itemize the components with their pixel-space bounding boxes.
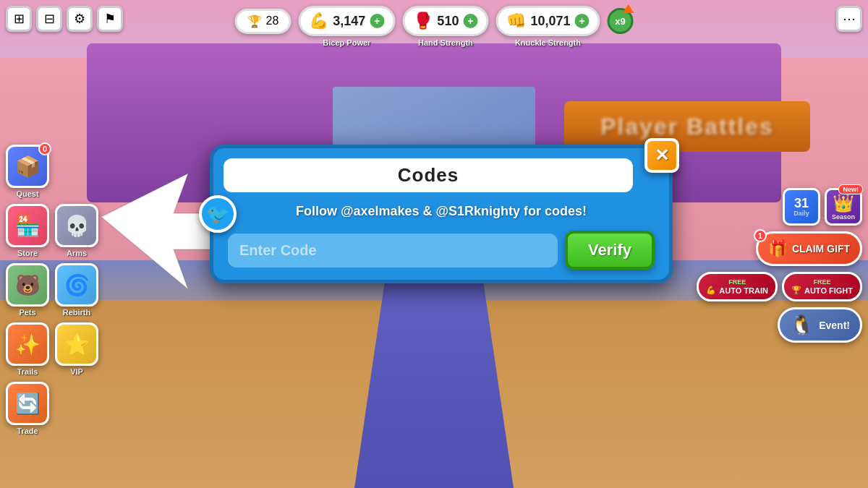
daily-number: 31	[794, 197, 809, 210]
quest-button[interactable]: 📦 0	[6, 145, 49, 188]
event-label: Event!	[819, 320, 850, 331]
modal-description: Follow @axelmakes & @S1Rknighty for code…	[228, 202, 655, 221]
store-label: Store	[17, 249, 38, 257]
knuckle-value: 10,071	[530, 14, 570, 29]
auto-fight-label: 🏆 AUTO FIGHT	[791, 286, 853, 295]
gift-icon: 🎁	[768, 239, 788, 258]
modal-title: Codes	[398, 164, 459, 186]
auto-row: FREE 💪 AUTO TRAIN FREE 🏆 AUTO FIGHT	[697, 272, 862, 301]
vip-button[interactable]: ⭐	[55, 322, 98, 366]
claim-gift-label: CLAIM GIFT	[792, 243, 850, 254]
trade-item: 🔄 Trade	[6, 382, 49, 435]
quest-item: 📦 0 Quest	[6, 145, 49, 198]
vip-label: VIP	[70, 367, 83, 376]
sidebar-row-2: 🏪 Store 💀 Arms	[6, 204, 98, 257]
more-button[interactable]: ⋯	[836, 6, 862, 32]
trade-button[interactable]: 🔄	[6, 382, 49, 425]
season-label: Season	[832, 213, 855, 221]
trophy-value: 28	[266, 14, 279, 27]
rebirth-label: Rebirth	[63, 308, 91, 317]
tl-buttons: ⊞ ⊟ ⚙ ⚑	[6, 6, 123, 32]
trails-item: ✨ Trails	[6, 322, 49, 376]
season-icon: 👑	[833, 193, 854, 213]
arms-button[interactable]: 💀	[55, 204, 98, 247]
daily-label: Daily	[793, 210, 809, 217]
multiplier-badge: x9	[607, 8, 633, 34]
hand-label: Hand Strength	[418, 38, 473, 47]
codes-modal: 🐦 ✕ Codes Follow @axelmakes & @S1Rknight…	[210, 145, 673, 283]
claim-gift-button[interactable]: 1 🎁 CLAIM GIFT	[756, 231, 862, 266]
code-input[interactable]	[228, 234, 558, 267]
bg-sign-text: Player Battles	[600, 114, 774, 140]
knuckle-stat: 👊 10,071 + Knuckle Strength	[495, 6, 600, 36]
rebirth-button[interactable]: 🌀	[55, 263, 98, 307]
daily-button[interactable]: 31 Daily	[783, 188, 820, 226]
bicep-value: 3,147	[333, 14, 365, 29]
auto-train-label: 💪 AUTO TRAIN	[706, 286, 768, 295]
season-new-badge: New!	[838, 184, 863, 194]
bicep-stat: 💪 3,147 + Bicep Power	[298, 6, 395, 36]
twitter-badge: 🐦	[199, 195, 237, 233]
auto-train-button[interactable]: FREE 💪 AUTO TRAIN	[697, 272, 778, 301]
modal-input-row: Verify	[228, 231, 655, 270]
trade-label: Trade	[17, 427, 38, 435]
event-button[interactable]: 🐧 Event!	[778, 307, 862, 343]
knuckle-label: Knuckle Strength	[515, 38, 581, 47]
store-button[interactable]: 🏪	[6, 204, 49, 247]
event-mascot-icon: 🐧	[790, 314, 813, 336]
pets-item: 🐻 Pets	[6, 263, 49, 317]
trophy-icon: 🏆	[247, 14, 262, 28]
verify-button[interactable]: Verify	[565, 231, 655, 270]
settings-button[interactable]: ⚙	[67, 6, 93, 32]
hand-icon: 🥊	[413, 12, 433, 30]
sidebar-row-5: 🔄 Trade	[6, 382, 98, 435]
trophy-pill: 🏆 28	[235, 9, 292, 34]
season-button[interactable]: New! 👑 Season	[825, 188, 862, 226]
arms-label: Arms	[67, 249, 87, 257]
modal-title-bar: Codes	[224, 158, 633, 192]
store-item: 🏪 Store	[6, 204, 49, 257]
knuckle-plus-button[interactable]: +	[574, 14, 589, 28]
auto-fight-icon: 🏆	[791, 286, 801, 295]
bicep-label: Bicep Power	[323, 38, 370, 47]
auto-fight-free-label: FREE	[813, 278, 830, 286]
auto-train-free-label: FREE	[728, 278, 746, 286]
pets-button[interactable]: 🐻	[6, 263, 49, 307]
hand-plus-button[interactable]: +	[463, 14, 477, 28]
sidebar-row-1: 📦 0 Quest	[6, 145, 98, 198]
hand-stat: 🥊 510 + Hand Strength	[402, 6, 488, 36]
claim-notification: 1	[754, 229, 767, 242]
auto-train-icon: 💪	[706, 286, 716, 295]
daily-season-row: 31 Daily New! 👑 Season	[783, 188, 862, 226]
bicep-plus-button[interactable]: +	[370, 14, 384, 28]
close-button[interactable]: ✕	[644, 138, 679, 173]
pets-label: Pets	[19, 308, 35, 317]
knuckle-icon: 👊	[506, 12, 526, 30]
flag-button[interactable]: ⚑	[97, 6, 123, 32]
right-sidebar: 31 Daily New! 👑 Season 1 🎁 CLAIM GIFT FR…	[697, 188, 862, 343]
top-bar: 🏆 28 💪 3,147 + Bicep Power 🥊 510 + Hand …	[235, 6, 634, 36]
rebirth-item: 🌀 Rebirth	[55, 263, 98, 317]
bicep-icon: 💪	[309, 12, 328, 30]
sidebar-row-3: 🐻 Pets 🌀 Rebirth	[6, 263, 98, 317]
multiplier-value: x9	[615, 16, 625, 27]
menu-button[interactable]: ⊞	[6, 6, 32, 32]
layout-button[interactable]: ⊟	[36, 6, 62, 32]
sidebar-row-4: ✨ Trails ⭐ VIP	[6, 322, 98, 376]
quest-notification: 0	[38, 142, 51, 155]
left-sidebar: 📦 0 Quest 🏪 Store 💀 Arms 🐻 Pets 🌀 Rebirt…	[6, 145, 98, 435]
trails-label: Trails	[17, 367, 38, 376]
quest-label: Quest	[16, 189, 38, 198]
trails-button[interactable]: ✨	[6, 322, 49, 366]
modal-body: Follow @axelmakes & @S1Rknighty for code…	[213, 192, 669, 280]
arms-item: 💀 Arms	[55, 204, 98, 257]
twitter-icon: 🐦	[206, 203, 229, 226]
auto-fight-button[interactable]: FREE 🏆 AUTO FIGHT	[782, 272, 862, 301]
vip-item: ⭐ VIP	[55, 322, 98, 376]
hand-value: 510	[437, 14, 459, 29]
